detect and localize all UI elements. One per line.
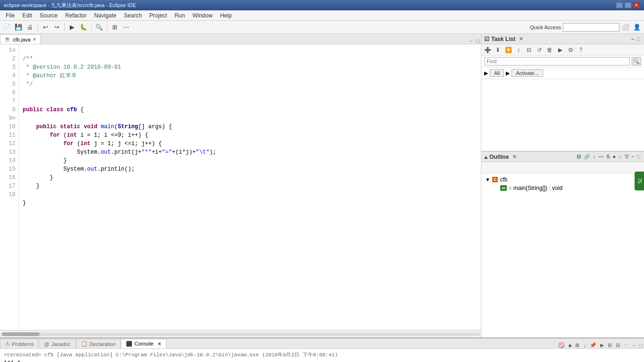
menu-source[interactable]: Source [36,11,61,20]
menu-help[interactable]: Help [216,11,236,20]
tab-problems[interactable]: ⚠ Problems [0,339,39,348]
task-filter-all-button[interactable]: All [490,69,504,77]
class-entry: C cfb [492,176,508,183]
task-activate-button[interactable]: Activate... [512,69,543,77]
menu-edit[interactable]: Edit [18,11,36,20]
problems-icon: ⚠ [5,341,10,347]
menu-refactor[interactable]: Refactor [61,11,90,20]
task-settings[interactable]: ⚙ [566,46,575,54]
outline-icon: ⟁ [484,154,487,160]
task-minimize-button[interactable]: − [630,36,635,42]
outline-circle-grey[interactable]: ○ [618,154,623,160]
editor-tabs: ☕ cfb.java ✕ − □ [0,34,481,44]
task-refresh[interactable]: ↺ [535,46,544,54]
maximize-editor-button[interactable]: □ [475,38,481,44]
quick-access-label: Quick Access [530,25,561,30]
console-grid2[interactable]: ⊟ [614,342,621,348]
task-help[interactable]: ? [577,46,585,54]
main-layout: ☕ cfb.java ✕ − □ 1⊖ 2 3 4 5 6 7 8 9⊖ 10 [0,34,644,337]
editor-area: ☕ cfb.java ✕ − □ 1⊖ 2 3 4 5 6 7 8 9⊖ 10 [0,34,481,337]
console-stop-button[interactable]: ■ [567,343,573,348]
outline-hide-static-button[interactable]: S [605,154,611,160]
task-list-icon: ☑ [484,36,489,42]
task-find-button[interactable]: 🔍 [632,57,641,66]
minimize-button[interactable]: − [616,2,623,8]
outline-title-label: Outline [489,154,509,160]
window-title: eclipse-workspace - 九九乘法表/src/cfb.java -… [4,2,616,9]
tab-close-button[interactable]: ✕ [33,37,36,42]
editor-tab-cfb[interactable]: ☕ cfb.java ✕ [0,34,41,44]
console-clear-button[interactable]: 🚫 [557,342,566,348]
outline-triangle-down[interactable]: ▽ [624,154,629,160]
task-sort[interactable]: ↕ [514,46,523,54]
editor-tab-controls: − □ [468,38,481,44]
task-maximize-button[interactable]: □ [636,36,641,42]
toolbar-more[interactable]: ⋯ [121,22,131,33]
task-collapse[interactable]: ⊟ [525,46,533,54]
code-editor[interactable]: /** * @version 10.0.2 2018-09-01 * @auth… [19,44,481,330]
toolbar-run[interactable]: ▶ [67,22,77,33]
quick-access-input[interactable] [563,23,619,32]
tab-declaration[interactable]: 📋 Declaration [76,339,121,348]
toolbar-save[interactable]: 💾 [13,22,24,33]
outline-class-item[interactable]: ▼ C cfb [483,175,642,184]
horizontal-scrollbar[interactable] [0,330,481,337]
outline-minimize-button[interactable]: − [630,154,635,160]
menu-search[interactable]: Search [120,11,146,20]
triangle-icon: ▶ [484,70,488,76]
console-scroll-button[interactable]: ↓ [582,343,587,348]
toolbar-search[interactable]: 🔍 [94,22,104,33]
menu-project[interactable]: Project [146,11,171,20]
console-pin-button[interactable]: 📌 [588,342,598,348]
outline-close-icon[interactable]: ✕ [512,154,516,159]
close-button[interactable]: ✕ [633,2,640,8]
toolbar-layout-icon[interactable]: ⬜ [620,22,631,33]
maximize-button[interactable]: □ [624,2,632,8]
toolbar-new[interactable]: 📄 [2,22,12,33]
outline-hide-fields-button[interactable]: — [597,154,604,160]
console-next-button[interactable]: ▶ [599,342,605,348]
outline-sort-button[interactable]: ↕ [592,154,597,160]
tab-console[interactable]: ⬛ Console ✕ [121,339,166,348]
outline-maximize-button[interactable]: □ [636,154,641,160]
console-minimize[interactable]: − [631,343,637,348]
console-close-button[interactable]: ⊠ [574,342,581,348]
quick-access-area: Quick Access [530,23,619,32]
outline-link-button[interactable]: 🔗 [583,154,591,160]
console-grid1[interactable]: ⊞ [606,342,613,348]
console-output-line-1: 1*1=1 [4,359,640,362]
console-more[interactable]: ⋯ [622,342,630,348]
task-list-close-icon[interactable]: ✕ [519,36,523,41]
task-list-header: ☑ Task List ✕ − □ [481,34,644,44]
task-find-bar: 🔍 [481,56,644,67]
menu-file[interactable]: File [2,11,18,20]
toolbar-undo[interactable]: ↩ [40,22,50,33]
task-filter[interactable]: 🔽 [504,46,512,54]
task-forward[interactable]: ▶ [556,46,564,54]
minimize-editor-button[interactable]: − [468,38,474,44]
task-find-input[interactable] [484,57,630,66]
task-new-button[interactable]: ➕ [483,46,492,54]
outline-controls: ⊟ 🔗 ↕ — S ● ○ ▽ − □ [576,154,641,160]
toolbar-redo[interactable]: ↪ [51,22,62,33]
expand-icon: ▼ [485,177,490,182]
console-maximize[interactable]: □ [638,343,644,348]
outline-collapse-button[interactable]: ⊟ [576,154,582,160]
menu-window[interactable]: Window [189,11,216,20]
toolbar-workbench-icon[interactable]: 👤 [632,22,642,33]
console-tab-close[interactable]: ✕ [157,341,161,346]
outline-circle-green[interactable]: ● [612,154,617,160]
toolbar-perspective[interactable]: ⊞ [109,22,120,33]
outline-method-item[interactable]: m S main(String[]) : void [483,184,642,192]
green-badge[interactable]: 75 [635,172,644,190]
toolbar-print[interactable]: 🖨 [25,22,35,33]
task-arrow-down[interactable]: ⬇ [494,46,502,54]
console-output: <terminated> cfb [Java Application] C:\P… [0,349,644,362]
menu-run[interactable]: Run [171,11,189,20]
toolbar-debug[interactable]: 🐛 [78,22,89,33]
task-delete[interactable]: 🗑 [545,46,554,54]
triangle-icon-2: ▶ [506,70,510,76]
menu-navigate[interactable]: Navigate [90,11,120,20]
tab-javadoc[interactable]: @ Javadoc [39,339,75,348]
method-entry: m S main(String[]) : void [500,185,562,191]
